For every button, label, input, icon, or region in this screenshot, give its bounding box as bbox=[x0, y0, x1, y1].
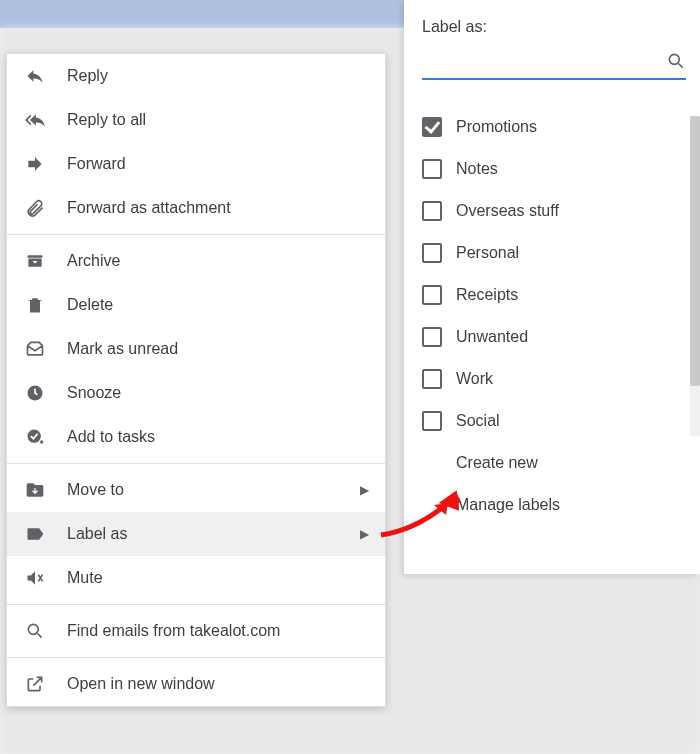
menu-label: Delete bbox=[67, 296, 369, 314]
checkbox[interactable] bbox=[422, 201, 442, 221]
checkbox[interactable] bbox=[422, 369, 442, 389]
menu-label: Forward bbox=[67, 155, 369, 173]
menu-label: Add to tasks bbox=[67, 428, 369, 446]
manage-labels[interactable]: Manage labels bbox=[422, 484, 686, 526]
menu-item-forward-attachment[interactable]: Forward as attachment bbox=[7, 186, 385, 230]
add-to-tasks-icon bbox=[23, 425, 47, 449]
label-name: Social bbox=[456, 412, 500, 430]
svg-point-1 bbox=[28, 430, 41, 443]
label-list: PromotionsNotesOverseas stuffPersonalRec… bbox=[422, 106, 686, 526]
menu-item-add-to-tasks[interactable]: Add to tasks bbox=[7, 415, 385, 459]
mark-unread-icon bbox=[23, 337, 47, 361]
menu-item-find-emails[interactable]: Find emails from takealot.com bbox=[7, 609, 385, 653]
label-row[interactable]: Notes bbox=[422, 148, 678, 190]
archive-icon bbox=[23, 249, 47, 273]
label-row[interactable]: Receipts bbox=[422, 274, 678, 316]
menu-label: Find emails from takealot.com bbox=[67, 622, 369, 640]
label-row[interactable]: Social bbox=[422, 400, 678, 442]
search-icon bbox=[23, 619, 47, 643]
create-new-label[interactable]: Create new bbox=[422, 442, 686, 484]
chevron-right-icon: ▶ bbox=[360, 483, 369, 497]
move-to-icon bbox=[23, 478, 47, 502]
delete-icon bbox=[23, 293, 47, 317]
menu-item-snooze[interactable]: Snooze bbox=[7, 371, 385, 415]
attachment-icon bbox=[23, 196, 47, 220]
menu-item-mark-unread[interactable]: Mark as unread bbox=[7, 327, 385, 371]
checkbox[interactable] bbox=[422, 117, 442, 137]
menu-item-move-to[interactable]: Move to ▶ bbox=[7, 468, 385, 512]
checkbox[interactable] bbox=[422, 159, 442, 179]
label-as-panel: Label as: PromotionsNotesOverseas stuffP… bbox=[404, 0, 700, 574]
menu-label: Snooze bbox=[67, 384, 369, 402]
context-menu: Reply Reply to all Forward Forward as at… bbox=[6, 53, 386, 707]
checkbox[interactable] bbox=[422, 327, 442, 347]
label-name: Work bbox=[456, 370, 493, 388]
menu-item-label-as[interactable]: Label as ▶ bbox=[7, 512, 385, 556]
open-new-window-icon bbox=[23, 672, 47, 696]
scrollbar-thumb[interactable] bbox=[690, 116, 700, 386]
menu-label: Move to bbox=[67, 481, 360, 499]
divider bbox=[7, 604, 385, 605]
menu-item-reply-all[interactable]: Reply to all bbox=[7, 98, 385, 142]
svg-point-2 bbox=[28, 624, 38, 634]
menu-label: Label as bbox=[67, 525, 360, 543]
label-row[interactable]: Unwanted bbox=[422, 316, 678, 358]
label-row[interactable]: Work bbox=[422, 358, 678, 400]
reply-icon bbox=[23, 64, 47, 88]
search-icon bbox=[666, 51, 686, 71]
divider bbox=[7, 234, 385, 235]
reply-all-icon bbox=[23, 108, 47, 132]
divider bbox=[7, 463, 385, 464]
label-search-input[interactable] bbox=[422, 50, 666, 72]
label-search-row bbox=[422, 50, 686, 80]
menu-label: Open in new window bbox=[67, 675, 369, 693]
label-icon bbox=[23, 522, 47, 546]
label-name: Overseas stuff bbox=[456, 202, 559, 220]
menu-item-open-new-window[interactable]: Open in new window bbox=[7, 662, 385, 706]
menu-label: Forward as attachment bbox=[67, 199, 369, 217]
label-name: Unwanted bbox=[456, 328, 528, 346]
panel-title: Label as: bbox=[422, 18, 686, 36]
checkbox[interactable] bbox=[422, 243, 442, 263]
forward-icon bbox=[23, 152, 47, 176]
label-name: Personal bbox=[456, 244, 519, 262]
menu-label: Reply to all bbox=[67, 111, 369, 129]
chevron-right-icon: ▶ bbox=[360, 527, 369, 541]
mute-icon bbox=[23, 566, 47, 590]
action-label: Create new bbox=[456, 454, 538, 472]
svg-point-3 bbox=[669, 54, 679, 64]
menu-label: Reply bbox=[67, 67, 369, 85]
menu-item-forward[interactable]: Forward bbox=[7, 142, 385, 186]
label-row[interactable]: Promotions bbox=[422, 106, 678, 148]
label-name: Notes bbox=[456, 160, 498, 178]
scrollbar[interactable] bbox=[690, 116, 700, 436]
divider bbox=[7, 657, 385, 658]
label-row[interactable]: Personal bbox=[422, 232, 678, 274]
label-row[interactable]: Overseas stuff bbox=[422, 190, 678, 232]
menu-item-delete[interactable]: Delete bbox=[7, 283, 385, 327]
menu-item-reply[interactable]: Reply bbox=[7, 54, 385, 98]
menu-label: Mark as unread bbox=[67, 340, 369, 358]
menu-label: Mute bbox=[67, 569, 369, 587]
checkbox[interactable] bbox=[422, 285, 442, 305]
action-label: Manage labels bbox=[456, 496, 560, 514]
label-name: Receipts bbox=[456, 286, 518, 304]
snooze-icon bbox=[23, 381, 47, 405]
label-name: Promotions bbox=[456, 118, 537, 136]
menu-item-mute[interactable]: Mute bbox=[7, 556, 385, 600]
checkbox[interactable] bbox=[422, 411, 442, 431]
menu-label: Archive bbox=[67, 252, 369, 270]
menu-item-archive[interactable]: Archive bbox=[7, 239, 385, 283]
